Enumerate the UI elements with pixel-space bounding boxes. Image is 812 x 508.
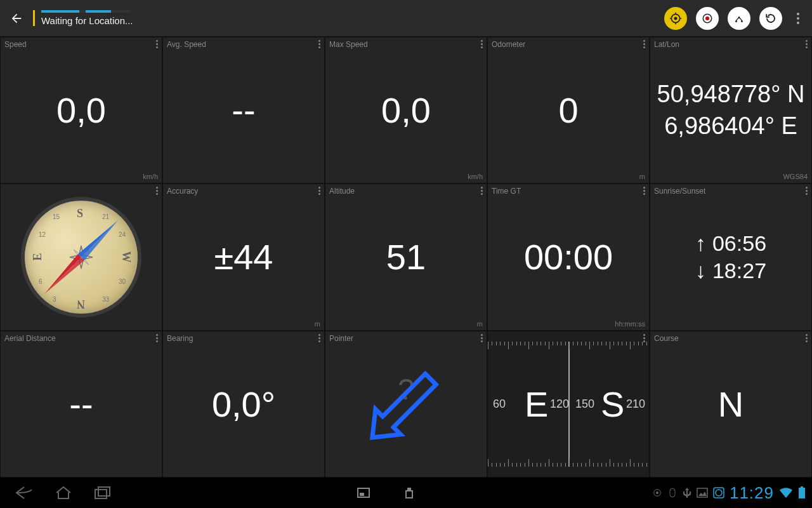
lat: 50,948778° N bbox=[657, 79, 805, 110]
unit: WGS84 bbox=[783, 173, 808, 180]
tape-120: 120 bbox=[550, 398, 569, 411]
value: N bbox=[650, 331, 811, 477]
cell-accuracy[interactable]: Accuracy ±44 m bbox=[162, 184, 325, 330]
locate-button[interactable] bbox=[664, 7, 687, 30]
cell-compass[interactable]: E W N S 15 21 12 24 6 30 3 33 bbox=[0, 184, 162, 330]
label: Speed bbox=[4, 40, 27, 49]
svg-marker-9 bbox=[81, 220, 121, 260]
compass-n: N bbox=[77, 297, 85, 311]
label: Max Speed bbox=[329, 40, 368, 49]
cell-menu-icon[interactable] bbox=[643, 40, 645, 48]
svg-rect-11 bbox=[98, 487, 110, 496]
cell-altitude[interactable]: Altitude 51 m bbox=[325, 184, 487, 330]
cell-pointer[interactable]: Pointer ? bbox=[325, 331, 487, 478]
app-tray-icon bbox=[713, 487, 724, 498]
location-progress bbox=[41, 10, 130, 13]
wifi-icon bbox=[779, 487, 793, 498]
compass-s: S bbox=[77, 207, 83, 220]
cell-max-speed[interactable]: Max Speed 0,0 km/h bbox=[325, 37, 487, 184]
sunset: 18:27 bbox=[712, 258, 766, 283]
label: Course bbox=[654, 334, 679, 343]
image-tray-icon bbox=[697, 488, 708, 498]
cell-odometer[interactable]: Odometer 0 m bbox=[487, 37, 650, 184]
waypoint-button[interactable] bbox=[728, 7, 750, 30]
svg-point-19 bbox=[674, 490, 674, 490]
status-tray[interactable]: 11:29 bbox=[652, 483, 806, 503]
status-text: Waiting for Location... bbox=[41, 15, 133, 26]
label: Altitude bbox=[329, 187, 355, 196]
value: ±44 bbox=[163, 184, 324, 330]
cell-latlon[interactable]: Lat/Lon 50,948778° N 6,986404° E WGS84 bbox=[650, 37, 812, 184]
pointer-arrow-icon bbox=[349, 347, 463, 461]
cell-aerial-distance[interactable]: Aerial Distance -- bbox=[0, 331, 162, 478]
unit: m bbox=[315, 320, 320, 328]
tape-S: S bbox=[601, 384, 624, 425]
cell-speed[interactable]: Speed 0,0 km/h bbox=[0, 37, 162, 184]
svg-point-0 bbox=[674, 17, 678, 20]
label: Bearing bbox=[167, 334, 193, 343]
value: 00:00 bbox=[488, 184, 649, 330]
tape-210: 210 bbox=[626, 398, 645, 411]
adb-icon bbox=[667, 488, 678, 498]
cell-heading-tape[interactable]: E S 60 120 150 210 bbox=[487, 331, 650, 478]
label: Sunrise/Sunset bbox=[654, 187, 705, 196]
dashboard-grid: Speed 0,0 km/h Avg. Speed -- Max Speed 0… bbox=[0, 37, 812, 478]
value: -- bbox=[163, 37, 324, 183]
svg-point-18 bbox=[671, 490, 671, 490]
unit: m bbox=[639, 173, 645, 180]
cell-menu-icon[interactable] bbox=[481, 40, 483, 48]
cell-menu-icon[interactable] bbox=[806, 40, 808, 48]
battery-icon bbox=[798, 486, 806, 499]
nav-home-button[interactable] bbox=[46, 481, 81, 504]
svg-rect-23 bbox=[801, 486, 803, 488]
cell-menu-icon[interactable] bbox=[481, 334, 483, 342]
cell-time-gt[interactable]: Time GT 00:00 hh:mm:ss bbox=[487, 184, 650, 330]
nav-usb-icon[interactable] bbox=[391, 481, 427, 504]
value: 0,0 bbox=[325, 37, 487, 183]
cell-course[interactable]: Course N bbox=[650, 331, 812, 478]
value: 50,948778° N 6,986404° E bbox=[650, 37, 811, 183]
tape-E: E bbox=[525, 384, 548, 425]
cell-menu-icon[interactable] bbox=[156, 334, 158, 342]
value: 0 bbox=[488, 37, 649, 183]
label: Aerial Distance bbox=[4, 334, 56, 343]
sunrise: 06:56 bbox=[712, 231, 766, 256]
value: 51 bbox=[325, 184, 487, 330]
svg-point-22 bbox=[716, 490, 722, 496]
gps-icon bbox=[652, 488, 662, 498]
compass-face: E W N S 15 21 12 24 6 30 3 33 bbox=[21, 197, 141, 318]
heading-tape: E S 60 120 150 210 bbox=[488, 331, 649, 477]
value: 0,0° bbox=[163, 331, 324, 477]
cell-menu-icon[interactable] bbox=[806, 334, 808, 342]
overflow-menu[interactable] bbox=[789, 13, 807, 24]
tape-60: 60 bbox=[493, 398, 506, 411]
cell-bearing[interactable]: Bearing 0,0° bbox=[162, 331, 325, 478]
cell-menu-icon[interactable] bbox=[481, 187, 483, 195]
nav-screenshot-icon[interactable] bbox=[346, 481, 381, 504]
compass-e: E bbox=[31, 253, 44, 260]
cell-menu-icon[interactable] bbox=[156, 187, 158, 195]
svg-rect-10 bbox=[95, 490, 107, 498]
cell-menu-icon[interactable] bbox=[643, 187, 645, 195]
cell-sunrise-sunset[interactable]: Sunrise/Sunset ↑06:56 ↓18:27 bbox=[650, 184, 812, 330]
unit: km/h bbox=[468, 173, 483, 180]
nav-recents-button[interactable] bbox=[85, 481, 121, 504]
cell-avg-speed[interactable]: Avg. Speed -- bbox=[162, 37, 325, 184]
nav-back-button[interactable] bbox=[6, 481, 42, 504]
value: 0,0 bbox=[1, 37, 162, 183]
cell-menu-icon[interactable] bbox=[806, 187, 808, 195]
arrow-down-icon: ↓ bbox=[695, 258, 706, 283]
back-button[interactable] bbox=[5, 7, 28, 30]
cell-menu-icon[interactable] bbox=[156, 40, 158, 48]
reset-button[interactable] bbox=[759, 7, 782, 30]
arrow-up-icon: ↑ bbox=[695, 231, 706, 256]
svg-marker-6 bbox=[41, 254, 81, 294]
svg-point-5 bbox=[741, 20, 743, 22]
unit: km/h bbox=[143, 173, 158, 180]
tape-150: 150 bbox=[575, 398, 594, 411]
cell-menu-icon[interactable] bbox=[318, 187, 320, 195]
cell-menu-icon[interactable] bbox=[318, 334, 320, 342]
record-button[interactable] bbox=[696, 7, 719, 30]
svg-point-16 bbox=[656, 491, 658, 494]
cell-menu-icon[interactable] bbox=[318, 40, 320, 48]
